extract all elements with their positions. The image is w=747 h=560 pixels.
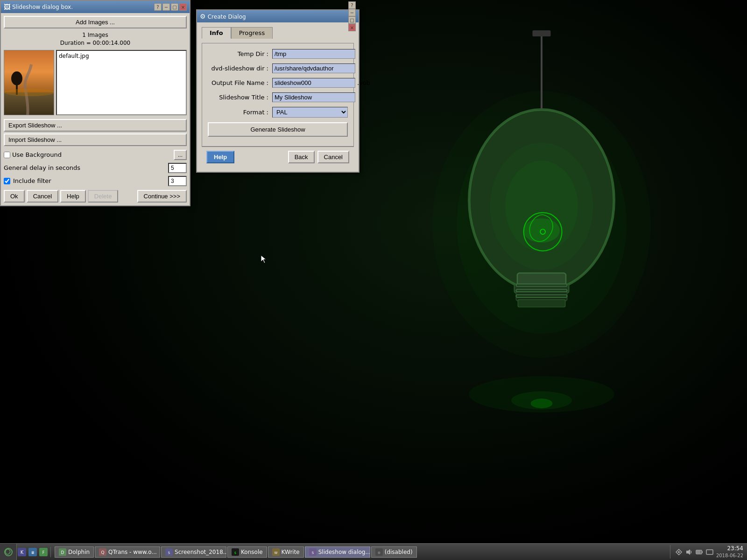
temp-dir-input[interactable]: /tmp bbox=[272, 49, 355, 59]
add-images-button[interactable]: Add Images ... bbox=[4, 16, 187, 28]
minimize-titlebar-btn[interactable]: − bbox=[162, 3, 170, 11]
help-button[interactable]: Help bbox=[60, 190, 86, 203]
create-dialog-content: Info Progress Temp Dir : /tmp dvd-slides… bbox=[197, 22, 359, 172]
svg-text:⚙: ⚙ bbox=[378, 551, 381, 555]
create-help-titlebar-btn[interactable]: ? bbox=[348, 1, 356, 9]
quick-launch-group: K 🖥 F bbox=[17, 547, 51, 557]
create-close-btn[interactable]: × bbox=[348, 24, 356, 31]
browse-background-button[interactable]: ... bbox=[174, 150, 187, 160]
general-delay-label: General delay in seconds bbox=[4, 164, 80, 171]
general-delay-row: General delay in seconds 5 bbox=[4, 163, 187, 173]
svg-text:$: $ bbox=[234, 551, 236, 555]
svg-point-24 bbox=[11, 71, 22, 85]
quick-launch-icon-1[interactable]: K bbox=[17, 547, 27, 557]
preview-image-svg bbox=[4, 50, 54, 115]
taskbar-clock[interactable]: 23:54 2018-06-22 bbox=[716, 545, 743, 559]
tab-info-content: Temp Dir : /tmp dvd-slideshow dir : /usr… bbox=[202, 43, 354, 147]
include-filter-value[interactable]: 3 bbox=[168, 176, 187, 186]
create-dialog-buttons: Help Back Cancel bbox=[202, 147, 354, 167]
continue-button[interactable]: Continue >>> bbox=[137, 190, 187, 203]
slideshow-dialog-title: Slideshow dialog box. bbox=[12, 4, 73, 10]
create-dialog-titlebar: ⚙ Create Dialog ? − □ × bbox=[197, 10, 359, 22]
taskbar-right: 23:54 2018-06-22 bbox=[670, 545, 747, 559]
tray-volume-icon[interactable] bbox=[684, 547, 694, 557]
svg-text:W: W bbox=[274, 551, 277, 555]
ok-button[interactable]: Ok bbox=[4, 190, 25, 203]
generate-slideshow-button[interactable]: Generate Slideshow bbox=[208, 122, 348, 137]
image-preview-container: default.jpg bbox=[4, 50, 187, 115]
dvd-dir-input[interactable]: /usr/share/qdvdauthor bbox=[272, 63, 355, 73]
svg-rect-51 bbox=[702, 551, 703, 553]
taskbar-btn-screenshot[interactable]: S Screenshot_2018... bbox=[161, 546, 226, 558]
output-file-input[interactable]: slideshow000 bbox=[272, 78, 355, 88]
maximize-titlebar-btn[interactable]: □ bbox=[171, 3, 178, 11]
create-help-button[interactable]: Help bbox=[206, 151, 234, 163]
svg-point-18 bbox=[531, 399, 553, 408]
taskbar-btn-kwrite[interactable]: W KWrite bbox=[268, 546, 304, 558]
svg-text:D: D bbox=[61, 550, 64, 555]
svg-point-25 bbox=[4, 89, 54, 96]
svg-text:S: S bbox=[312, 551, 314, 555]
export-slideshow-button[interactable]: Export Slideshow ... bbox=[4, 119, 187, 132]
svg-point-48 bbox=[678, 551, 680, 553]
svg-text:Q: Q bbox=[101, 550, 105, 555]
svg-text:S: S bbox=[168, 551, 170, 555]
create-dialog-title: Create Dialog bbox=[208, 14, 246, 20]
general-delay-input[interactable]: 5 bbox=[168, 163, 187, 173]
slideshow-title-label: Slideshow Title : bbox=[208, 94, 268, 101]
taskbar-btn-konsole[interactable]: $ Konsole bbox=[227, 546, 267, 558]
dvd-dir-label: dvd-slideshow dir : bbox=[208, 65, 268, 72]
include-filter-checkbox[interactable] bbox=[4, 178, 10, 184]
create-maximize-btn[interactable]: □ bbox=[348, 16, 356, 24]
use-background-label: Use Background bbox=[12, 151, 62, 158]
slideshow-dialog: 🖼 Slideshow dialog box. ? − □ × Add Imag… bbox=[0, 0, 190, 206]
slideshow-dialog-titlebar: 🖼 Slideshow dialog box. ? − □ × bbox=[1, 1, 190, 13]
tray-keyboard-icon[interactable] bbox=[705, 547, 714, 557]
format-label: Format : bbox=[208, 109, 268, 116]
taskbar-btn-slideshow[interactable]: S Slideshow dialog... bbox=[305, 546, 370, 558]
svg-text:🖥: 🖥 bbox=[31, 551, 35, 555]
include-filter-row: Include filter 3 bbox=[4, 176, 187, 186]
svg-marker-49 bbox=[686, 549, 690, 555]
tray-battery-icon[interactable] bbox=[695, 547, 704, 557]
svg-text:K: K bbox=[21, 550, 24, 555]
tray-network-icon[interactable] bbox=[674, 547, 684, 557]
svg-rect-7 bbox=[518, 300, 565, 307]
create-dialog: ⚙ Create Dialog ? − □ × Info Progress Te… bbox=[196, 9, 359, 173]
quick-launch-icon-2[interactable]: 🖥 bbox=[28, 547, 38, 557]
create-minimize-btn[interactable]: − bbox=[348, 9, 356, 16]
use-background-checkbox[interactable] bbox=[4, 152, 10, 158]
taskbar-btn-dolphin[interactable]: D Dolphin bbox=[55, 546, 94, 558]
taskbar-windows-area: D Dolphin Q QTrans - www.o... S Screensh… bbox=[53, 546, 670, 558]
help-titlebar-btn[interactable]: ? bbox=[154, 3, 162, 11]
clock-date: 2018-06-22 bbox=[716, 553, 743, 559]
svg-point-13 bbox=[523, 218, 560, 243]
image-preview bbox=[4, 50, 54, 115]
format-row: Format : PAL NTSC bbox=[208, 107, 348, 118]
close-titlebar-btn[interactable]: × bbox=[179, 3, 187, 11]
taskbar-btn-qtrans[interactable]: Q QTrans - www.o... bbox=[95, 546, 160, 558]
slideshow-dialog-bottom-buttons: Ok Cancel Help Delete Continue >>> bbox=[4, 190, 187, 203]
slideshow-dialog-content: Add Images ... 1 Images Duration = 00:00… bbox=[1, 13, 190, 205]
delete-button[interactable]: Delete bbox=[88, 190, 119, 203]
back-button[interactable]: Back bbox=[288, 151, 315, 163]
output-file-ext: .vob bbox=[357, 79, 370, 86]
tab-progress[interactable]: Progress bbox=[231, 27, 273, 39]
tab-info[interactable]: Info bbox=[202, 27, 231, 39]
include-filter-label: Include filter bbox=[13, 177, 51, 184]
taskbar-btn-disabled[interactable]: ⚙ (disabled) bbox=[371, 546, 417, 558]
clock-time: 23:54 bbox=[716, 545, 743, 553]
svg-rect-4 bbox=[517, 273, 566, 285]
output-file-label: Output File Name : bbox=[208, 79, 268, 86]
kde-logo-icon bbox=[4, 547, 13, 557]
import-slideshow-button[interactable]: Import Slideshow ... bbox=[4, 133, 187, 146]
slideshow-title-input[interactable]: My Slideshow bbox=[272, 92, 355, 102]
image-list[interactable]: default.jpg bbox=[56, 50, 187, 115]
slideshow-title-row: Slideshow Title : My Slideshow bbox=[208, 92, 348, 102]
cancel-button[interactable]: Cancel bbox=[27, 190, 58, 203]
quick-launch-icon-3[interactable]: F bbox=[38, 547, 49, 557]
create-cancel-button[interactable]: Cancel bbox=[317, 151, 349, 163]
taskbar-start-button[interactable] bbox=[0, 544, 17, 560]
image-list-item[interactable]: default.jpg bbox=[58, 52, 185, 60]
format-select[interactable]: PAL NTSC bbox=[272, 107, 348, 118]
